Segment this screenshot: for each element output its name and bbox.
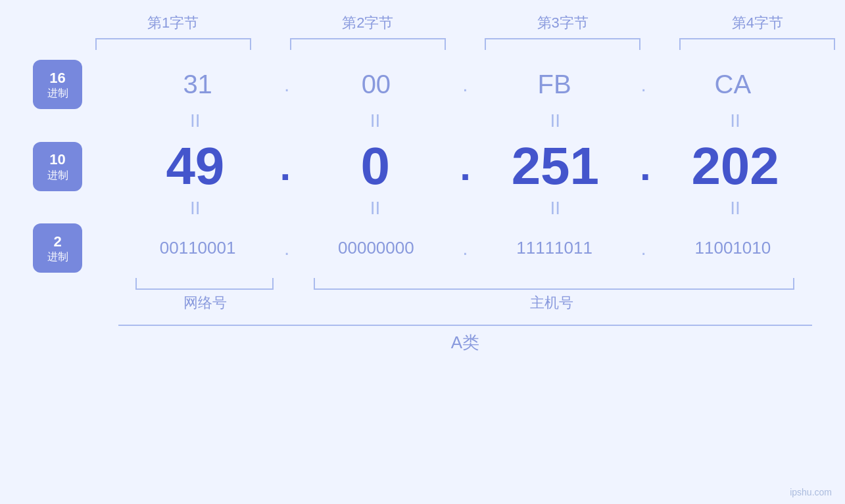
hex-b4: CA xyxy=(654,70,812,99)
dec-label: 10 进制 xyxy=(33,142,118,191)
dec-dot3: . xyxy=(632,144,658,189)
bottom-line xyxy=(118,325,812,326)
hex-dot1: . xyxy=(277,74,297,96)
eq2-b3: II xyxy=(479,198,633,219)
hex-dot3: . xyxy=(634,74,654,96)
class-label: A类 xyxy=(118,331,812,354)
bin-b3: 11111011 xyxy=(475,238,634,258)
hex-dot2: . xyxy=(456,74,475,96)
eq1-b1: II xyxy=(118,110,272,131)
dec-dot2: . xyxy=(452,144,479,189)
dec-b1: 49 xyxy=(118,136,272,196)
host-label: 主机号 xyxy=(292,293,812,313)
hex-row: 16 进制 31 . 00 . FB . CA xyxy=(33,60,812,109)
eq2-b4: II xyxy=(658,198,812,219)
eq1-b2: II xyxy=(299,110,452,131)
eq1-b4: II xyxy=(658,110,812,131)
bin-b4: 11001010 xyxy=(654,238,812,258)
eq1-b3: II xyxy=(479,110,633,131)
column-headers: 第1字节 第2字节 第3字节 第4字节 xyxy=(76,13,845,33)
dec-b2: 0 xyxy=(299,136,452,196)
hex-label: 16 进制 xyxy=(33,60,118,109)
dec-values: 49 . 0 . 251 . 202 xyxy=(118,136,812,196)
hex-b2: 00 xyxy=(297,70,455,99)
hex-values: 31 . 00 . FB . CA xyxy=(118,70,812,99)
col-header-2: 第2字节 xyxy=(270,13,465,33)
eq2-b2: II xyxy=(299,198,452,219)
dec-b4: 202 xyxy=(658,136,812,196)
hex-badge: 16 进制 xyxy=(33,60,82,109)
bin-values: 00110001 . 00000000 . 11111011 . 1100101… xyxy=(118,237,812,260)
equals-row-1: II II II II xyxy=(33,110,812,131)
bin-dot3: . xyxy=(634,237,654,260)
dec-dot1: . xyxy=(272,144,299,189)
main-container: 第1字节 第2字节 第3字节 第4字节 16 进制 31 . 00 xyxy=(0,0,845,504)
watermark: ipshu.com xyxy=(790,487,832,497)
bin-row: 2 进制 00110001 . 00000000 . 11111011 . 11… xyxy=(33,223,812,273)
col-header-3: 第3字节 xyxy=(466,13,660,33)
col-header-4: 第4字节 xyxy=(660,13,845,33)
dec-badge: 10 进制 xyxy=(33,142,82,191)
equals-row-2: II II II II xyxy=(33,198,812,219)
bin-badge: 2 进制 xyxy=(33,223,82,273)
bin-dot2: . xyxy=(456,237,475,260)
hex-b1: 31 xyxy=(118,70,277,99)
eq2-b1: II xyxy=(118,198,272,219)
bin-label: 2 进制 xyxy=(33,223,118,273)
bin-b2: 00000000 xyxy=(297,238,455,258)
bin-dot1: . xyxy=(277,237,297,260)
hex-b3: FB xyxy=(475,70,634,99)
col-header-1: 第1字节 xyxy=(76,13,270,33)
dec-row: 10 进制 49 . 0 . 251 . 202 xyxy=(33,136,812,196)
dec-b3: 251 xyxy=(479,136,633,196)
bin-b1: 00110001 xyxy=(118,238,277,258)
net-label: 网络号 xyxy=(118,293,292,313)
